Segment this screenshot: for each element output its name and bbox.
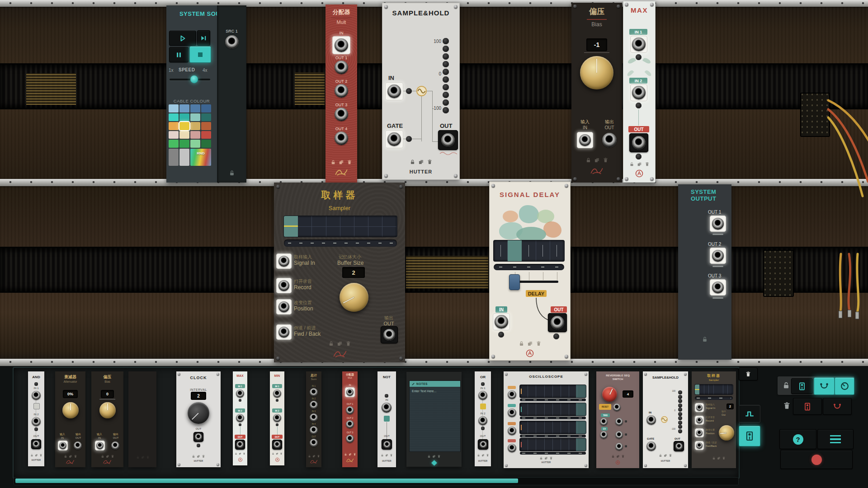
shelf-module-clock[interactable]: CLOCK INTERVAL 2 OUT HUTTER (176, 371, 221, 467)
position-knob[interactable] (719, 425, 734, 441)
fwd-back-jack[interactable] (276, 324, 292, 340)
colour-swatch[interactable] (190, 131, 200, 139)
colour-swatch[interactable] (201, 140, 211, 148)
shelf-module-not[interactable]: NOT IN OUT HUTTER (377, 371, 396, 467)
in4-jack[interactable] (310, 426, 318, 434)
signal-view-button[interactable] (739, 405, 760, 423)
shelf-module-seq-switch[interactable]: REVERSIBLE SEQ SWITCH 4 RESET TRIG CV (596, 371, 639, 468)
out-jack[interactable] (629, 133, 648, 152)
out2-jack[interactable] (710, 248, 726, 264)
copy-icon[interactable] (418, 159, 424, 165)
mode-knob-button[interactable] (835, 377, 854, 395)
out1-jack[interactable] (710, 216, 726, 232)
ch4-jack[interactable] (508, 444, 516, 452)
colour-swatch[interactable] (201, 131, 211, 139)
copy-icon[interactable] (594, 157, 600, 163)
out2-jack[interactable] (615, 431, 623, 439)
out-jack[interactable] (193, 432, 203, 442)
in1-jack[interactable] (310, 388, 318, 396)
steps-knob[interactable] (602, 387, 617, 402)
module-shelf-button[interactable] (739, 426, 760, 446)
shelf-module-oscilloscope[interactable]: OSCILLOSCOPE HUTTER (504, 371, 589, 468)
in2-jack[interactable] (310, 401, 318, 409)
in2-jack[interactable] (32, 417, 41, 426)
shelf-module-bias[interactable]: 偏压 Bias 0 输入 IN 输出 OUT (91, 371, 123, 467)
out2-jack[interactable] (335, 84, 348, 98)
record-button[interactable] (780, 450, 853, 469)
notes-screen[interactable]: NOTES Enter Text Here... (409, 380, 461, 452)
in-jack[interactable] (58, 441, 68, 450)
random-colour-swatch[interactable]: RND (190, 149, 211, 166)
expand-handle[interactable] (431, 460, 437, 466)
out-jack[interactable] (674, 441, 684, 451)
mode-module-button[interactable] (791, 378, 813, 394)
colour-swatch[interactable] (201, 104, 211, 113)
shelf-module-sample-hold[interactable]: SAMPLE&HOLD 100 0 -100 IN GATE OUT HUTTE… (643, 371, 688, 468)
copy-icon[interactable] (637, 162, 642, 167)
out-jack[interactable] (74, 441, 82, 450)
shelf-module-sum[interactable]: 总计 Sum IN 1 IN 2 IN 3 IN 4 OUT (306, 371, 321, 467)
colour-swatch[interactable] (169, 149, 179, 166)
out1-jack[interactable] (346, 406, 354, 414)
lock-icon[interactable] (519, 341, 524, 347)
pause-button[interactable] (169, 47, 189, 62)
shelf-module-min[interactable]: MIN IN 1 IN 2 OUT (270, 371, 284, 465)
position-jack[interactable] (695, 428, 704, 437)
lock-icon[interactable] (410, 159, 415, 165)
src-1-jack[interactable] (225, 35, 239, 49)
delete-module-button[interactable] (793, 398, 822, 415)
out3-jack[interactable] (710, 279, 726, 296)
play-button[interactable] (169, 31, 196, 46)
in-jack[interactable] (382, 403, 392, 413)
clock-knob[interactable] (188, 402, 209, 424)
fwd-back-jack[interactable] (695, 441, 704, 450)
out-jack[interactable] (438, 130, 458, 150)
trig-jack[interactable] (600, 418, 608, 426)
shelf-trash-button[interactable] (739, 368, 758, 380)
shelf-module-mult[interactable]: 分配器 Mult IN OUT 1 OUT 2 OUT 3 (342, 371, 358, 467)
out3-jack[interactable] (335, 108, 348, 121)
in2-jack[interactable] (630, 84, 647, 101)
shelf-module-attenuator[interactable]: 衰减器 Attenuator 0% 输入 IN 输出 OUT (55, 371, 85, 467)
in-jack[interactable] (493, 313, 510, 330)
gate-jack[interactable] (646, 441, 656, 451)
out-jack[interactable] (235, 440, 245, 450)
out-jack[interactable] (31, 439, 41, 449)
delete-cable-button[interactable] (823, 398, 852, 415)
shelf-module-notes[interactable]: NOTES Enter Text Here... (406, 372, 462, 467)
colour-swatch[interactable] (179, 131, 189, 139)
delay-slider-handle[interactable] (509, 274, 520, 290)
lock-icon[interactable] (585, 157, 591, 163)
out4-jack[interactable] (335, 131, 348, 145)
ch1-jack[interactable] (508, 390, 516, 399)
stop-button[interactable] (189, 46, 211, 63)
reset-jack[interactable] (613, 404, 621, 411)
colour-swatch[interactable] (179, 113, 189, 122)
position-knob[interactable] (340, 283, 368, 312)
colour-swatch[interactable] (190, 140, 200, 148)
in-jack[interactable] (577, 132, 593, 148)
trash-icon[interactable] (427, 159, 433, 165)
colour-swatch[interactable] (169, 104, 179, 113)
in-jack[interactable] (385, 82, 403, 100)
colour-swatch[interactable] (179, 149, 189, 166)
out1-jack[interactable] (615, 418, 623, 426)
lock-icon[interactable] (629, 162, 634, 167)
out-jack[interactable] (478, 439, 488, 450)
in3-jack[interactable] (310, 413, 318, 422)
colour-swatch[interactable] (190, 113, 200, 122)
in2-jack[interactable] (478, 416, 487, 425)
speed-slider-thumb[interactable] (190, 75, 198, 83)
signal-in-jack[interactable] (695, 403, 704, 412)
trash-icon[interactable] (347, 160, 352, 165)
ch2-jack[interactable] (508, 408, 516, 417)
out-jack[interactable] (382, 439, 392, 450)
shelf-module-max[interactable]: MAX IN 1 IN 2 OUT (233, 371, 247, 465)
trash-icon[interactable] (536, 341, 542, 347)
in-jack[interactable] (332, 36, 350, 54)
lock-icon[interactable] (229, 170, 235, 176)
record-jack[interactable] (276, 278, 292, 293)
help-button[interactable]: ? (779, 429, 816, 449)
copy-icon[interactable] (337, 341, 343, 347)
in-jack[interactable] (95, 441, 105, 450)
